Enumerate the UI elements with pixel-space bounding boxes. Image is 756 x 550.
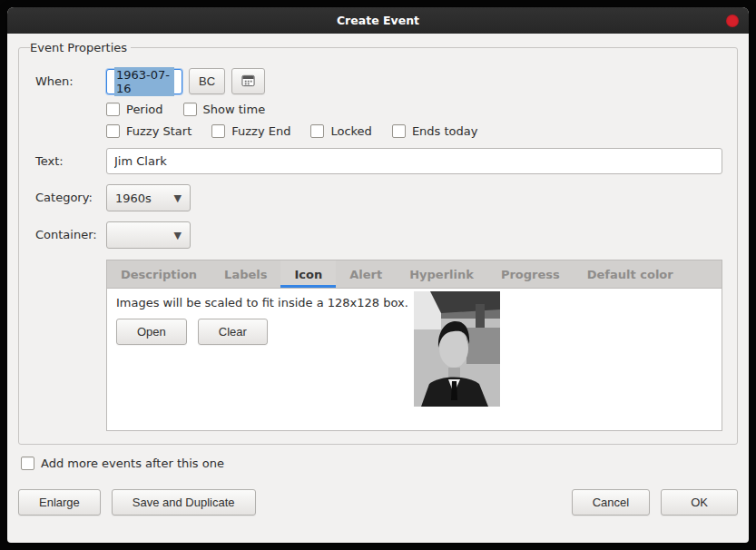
checkbox-fuzzy-start[interactable]: Fuzzy Start <box>106 124 191 138</box>
checkbox-label: Locked <box>330 124 371 138</box>
save-and-duplicate-button[interactable]: Save and Duplicate <box>112 489 256 516</box>
date-input[interactable]: 1963-07-16 <box>106 69 182 94</box>
cancel-button[interactable]: Cancel <box>572 489 650 516</box>
container-label: Container: <box>35 221 106 241</box>
checkbox-locked[interactable]: Locked <box>310 124 371 138</box>
category-controls: 1960s ▼ <box>106 184 722 211</box>
when-row: When: 1963-07-16 BC <box>35 68 722 138</box>
tab-hyperlink[interactable]: Hyperlink <box>396 260 487 288</box>
tab-progress[interactable]: Progress <box>487 260 574 288</box>
date-value: 1963-07-16 <box>114 67 174 96</box>
container-row: Container: ▼ <box>35 221 722 249</box>
footer-buttons: Enlarge Save and Duplicate Cancel OK <box>18 489 738 516</box>
close-icon[interactable] <box>726 15 739 27</box>
checkbox-label: Show time <box>203 103 266 116</box>
event-icon-image <box>414 291 500 407</box>
footer-right: Cancel OK <box>572 489 738 516</box>
checkbox-period[interactable]: Period <box>106 103 163 116</box>
ok-button[interactable]: OK <box>661 489 738 516</box>
checkbox-label: Period <box>126 103 163 116</box>
category-value: 1960s <box>115 192 152 205</box>
event-notebook: Description Labels Icon Alert Hyperlink … <box>106 260 722 431</box>
calendar-icon <box>241 74 255 90</box>
checkbox-box <box>392 124 406 138</box>
enlarge-button[interactable]: Enlarge <box>18 489 101 516</box>
checkbox-ends-today[interactable]: Ends today <box>392 124 478 138</box>
icon-tab-panel: Images will be scaled to fit inside a 12… <box>107 289 722 430</box>
open-button[interactable]: Open <box>116 319 187 345</box>
tab-alert[interactable]: Alert <box>336 260 396 288</box>
dialog-body: Event Properties When: 1963-07-16 BC <box>7 34 749 543</box>
when-options-row-2: Fuzzy Start Fuzzy End Locked <box>106 124 722 138</box>
category-dropdown[interactable]: 1960s ▼ <box>106 184 191 211</box>
create-event-dialog: Create Event Event Properties When: 1963… <box>7 7 749 543</box>
window-title: Create Event <box>337 14 419 27</box>
tab-description[interactable]: Description <box>107 260 211 288</box>
container-dropdown[interactable]: ▼ <box>106 221 191 249</box>
text-row: Text: <box>35 148 722 174</box>
titlebar: Create Event <box>7 7 749 34</box>
category-row: Category: 1960s ▼ <box>35 184 722 211</box>
chevron-down-icon: ▼ <box>174 230 182 241</box>
checkbox-box <box>106 124 120 138</box>
checkbox-label: Fuzzy End <box>231 124 290 138</box>
screen: Create Event Event Properties When: 1963… <box>0 0 756 550</box>
checkbox-label: Add more events after this one <box>41 457 224 470</box>
calendar-button[interactable] <box>231 68 265 94</box>
checkbox-box <box>211 124 225 138</box>
date-row: 1963-07-16 BC <box>106 68 722 94</box>
category-label: Category: <box>35 184 106 204</box>
checkbox-box <box>310 124 324 138</box>
add-more-row: Add more events after this one <box>21 457 738 474</box>
bc-button[interactable]: BC <box>189 68 225 94</box>
checkbox-box <box>21 457 34 470</box>
text-controls <box>106 148 722 174</box>
text-input[interactable] <box>106 148 722 174</box>
checkbox-box <box>106 103 120 116</box>
tab-labels[interactable]: Labels <box>211 260 280 288</box>
clear-button[interactable]: Clear <box>198 319 268 345</box>
checkbox-label: Ends today <box>412 124 478 138</box>
tab-icon[interactable]: Icon <box>280 260 336 288</box>
event-properties-frame: Event Properties When: 1963-07-16 BC <box>18 41 738 445</box>
footer-left: Enlarge Save and Duplicate <box>18 489 256 516</box>
tab-bar: Description Labels Icon Alert Hyperlink … <box>107 260 722 289</box>
container-controls: ▼ <box>106 221 722 249</box>
checkbox-fuzzy-end[interactable]: Fuzzy End <box>211 124 290 138</box>
when-label: When: <box>35 68 106 88</box>
checkbox-show-time[interactable]: Show time <box>183 103 266 116</box>
when-options-row-1: Period Show time <box>106 103 722 116</box>
tab-default-color[interactable]: Default color <box>574 260 687 288</box>
text-label: Text: <box>35 148 106 168</box>
checkbox-add-more-events[interactable]: Add more events after this one <box>21 457 224 470</box>
chevron-down-icon: ▼ <box>174 192 182 204</box>
checkbox-label: Fuzzy Start <box>126 124 191 138</box>
when-controls: 1963-07-16 BC <box>106 68 722 138</box>
frame-label: Event Properties <box>30 41 131 54</box>
checkbox-box <box>183 103 197 116</box>
